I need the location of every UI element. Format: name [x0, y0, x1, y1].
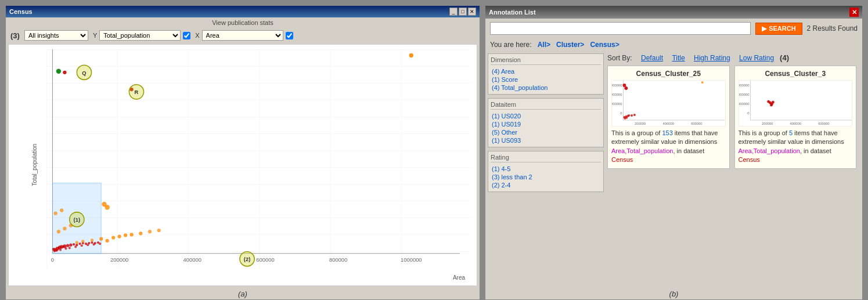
dimension-filter-area[interactable]: (4) Area [491, 67, 601, 75]
svg-point-80 [409, 53, 413, 57]
svg-text:Q: Q [82, 70, 86, 76]
step3-label: (3) [10, 31, 20, 40]
dataitem-other[interactable]: (5) Other [491, 128, 601, 136]
svg-text:200000: 200000 [110, 256, 128, 263]
results-cards: Census_Cluster_25 24000000 16000000 8000… [607, 66, 856, 169]
dataitem-filter-title: Dataitem [491, 101, 601, 110]
x-axis-select[interactable]: Area [202, 30, 283, 41]
sort-title[interactable]: Title [672, 54, 685, 62]
breadcrumb-all[interactable]: All> [538, 41, 550, 49]
svg-point-59 [75, 241, 78, 244]
svg-text:8000000: 8000000 [739, 102, 750, 106]
rating-less-than-2[interactable]: (3) less than 2 [491, 173, 601, 181]
svg-point-103 [624, 86, 628, 90]
census-footer-label: (a) [6, 288, 480, 299]
rating-4-5[interactable]: (1) 4-5 [491, 165, 601, 173]
svg-point-66 [54, 212, 57, 215]
card2-dataset: Census [739, 156, 760, 163]
breadcrumb-census[interactable]: Census> [590, 41, 619, 49]
svg-point-47 [74, 245, 77, 248]
dimension-filter-totalpop[interactable]: (4) Total_population [491, 84, 601, 92]
rating-filter-title: Rating [491, 154, 601, 162]
dimension-filter-title: Dimension [491, 56, 601, 65]
svg-text:R: R [135, 89, 139, 95]
search-button-label: SEARCH [769, 25, 795, 32]
rating-2-4[interactable]: (2) 2-4 [491, 181, 601, 189]
svg-text:24000000: 24000000 [612, 84, 622, 87]
x-axis-checkbox[interactable] [286, 32, 293, 39]
dataitem-us019[interactable]: (1) US019 [491, 120, 601, 128]
svg-text:0: 0 [747, 111, 750, 115]
svg-point-98 [633, 114, 636, 116]
svg-text:200000: 200000 [635, 122, 646, 125]
breadcrumb-cluster[interactable]: Cluster> [556, 41, 584, 49]
card1-count: 153 [662, 129, 672, 136]
svg-point-61 [91, 238, 93, 241]
dimension-filter-score[interactable]: (1) Score [491, 75, 601, 84]
x-axis-group: X Area [195, 30, 293, 41]
card1-dataset: Census [611, 156, 633, 163]
annotation-close-button[interactable]: ✕ [849, 8, 859, 17]
search-arrow-icon: ▶ [762, 25, 766, 32]
svg-point-68 [148, 230, 152, 233]
svg-text:0: 0 [620, 111, 622, 115]
card1-description: This is a group of 153 items that have e… [611, 129, 726, 165]
svg-point-46 [69, 247, 71, 249]
svg-text:16000000: 16000000 [739, 93, 750, 96]
svg-text:400000: 400000 [790, 122, 801, 125]
svg-point-35 [78, 243, 81, 245]
rating-filter-group: Rating (1) 4-5 (3) less than 2 (2) 2-4 [488, 151, 604, 192]
svg-point-43 [56, 250, 58, 252]
svg-text:400000: 400000 [663, 122, 675, 125]
sort-bar: Sort By: Default Title High Rating Low R… [607, 54, 774, 62]
svg-text:600000: 600000 [256, 256, 274, 263]
close-button[interactable]: ✕ [468, 8, 476, 16]
svg-point-81 [56, 69, 61, 74]
svg-text:800000: 800000 [329, 256, 347, 263]
search-button[interactable]: ▶ SEARCH [755, 23, 802, 35]
maximize-button[interactable]: □ [459, 8, 467, 16]
sort-low-rating[interactable]: Low Rating [739, 54, 774, 62]
y-axis-select[interactable]: Total_population [99, 30, 181, 41]
svg-point-69 [157, 229, 161, 232]
svg-text:600000: 600000 [691, 122, 703, 125]
svg-text:8000000: 8000000 [612, 102, 622, 106]
svg-point-97 [631, 114, 633, 117]
results-panel: Sort By: Default Title High Rating Low R… [604, 53, 860, 286]
svg-rect-0 [46, 49, 472, 268]
dataitem-us093[interactable]: (1) US093 [491, 136, 601, 144]
svg-point-54 [99, 237, 103, 241]
svg-point-39 [91, 241, 93, 244]
svg-point-28 [66, 244, 69, 247]
svg-point-72 [63, 71, 66, 74]
x-axis-label: X [195, 32, 199, 39]
svg-text:1000000: 1000000 [401, 256, 422, 263]
svg-text:400000: 400000 [183, 256, 201, 263]
svg-point-42 [53, 250, 56, 252]
svg-point-101 [701, 81, 704, 84]
svg-point-53 [111, 236, 115, 239]
step4-label: (4) [780, 53, 789, 62]
search-input[interactable] [490, 22, 751, 35]
svg-point-48 [81, 244, 83, 247]
svg-text:(2): (2) [244, 256, 251, 262]
svg-point-52 [106, 239, 109, 243]
sort-default[interactable]: Default [641, 54, 663, 62]
svg-text:600000: 600000 [818, 122, 830, 125]
annotation-titlebar: Annotation List ✕ [485, 6, 862, 19]
svg-point-57 [129, 233, 133, 236]
insights-dropdown[interactable]: All insights Selected insights [24, 30, 88, 41]
svg-point-51 [99, 243, 101, 245]
dataitem-us020[interactable]: (1) US020 [491, 112, 601, 120]
sort-high-rating[interactable]: High Rating [694, 54, 730, 62]
filters-panel: Dimension (4) Area (1) Score (4) Total_p… [488, 53, 604, 286]
card1-mini-chart: 24000000 16000000 8000000 0 200000 40000… [611, 80, 726, 126]
y-axis-checkbox[interactable] [183, 32, 190, 39]
census-toolbar: (3) All insights Selected insights Y Tot… [6, 28, 480, 43]
annotation-footer-label: (b) [485, 288, 862, 299]
titlebar-buttons: _ □ ✕ [449, 8, 476, 16]
chart-container: Total_population 24000000 22000000 20000… [8, 44, 477, 286]
y-axis-label: Y [93, 32, 97, 39]
minimize-button[interactable]: _ [449, 8, 458, 16]
svg-point-30 [57, 247, 60, 249]
